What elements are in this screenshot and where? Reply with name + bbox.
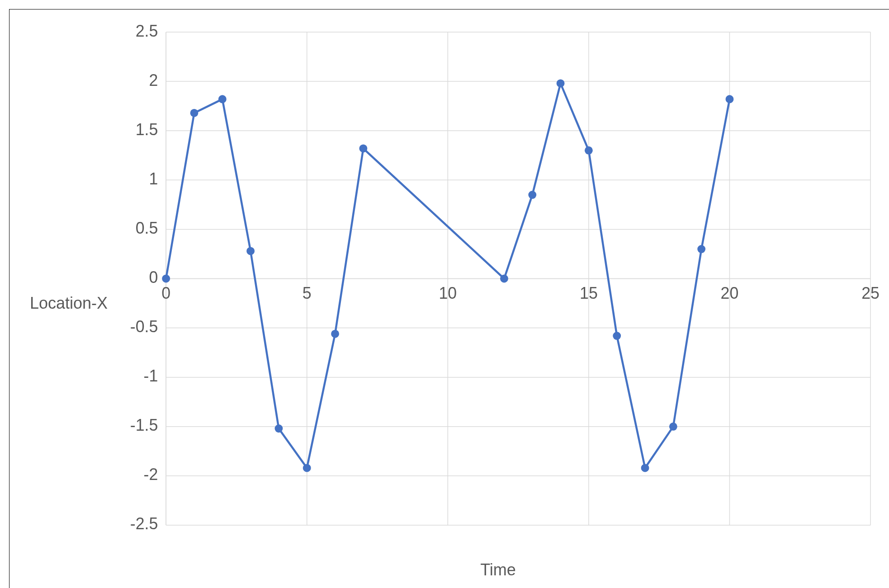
data-marker — [669, 423, 677, 431]
y-tick-label: -0.5 — [130, 318, 158, 336]
y-tick-label: 1 — [149, 170, 158, 188]
data-marker — [641, 464, 649, 472]
y-tick-label: -1.5 — [130, 416, 158, 434]
y-tick-label: 1.5 — [136, 121, 158, 139]
x-axis-title: Time — [117, 557, 880, 588]
data-marker — [557, 79, 565, 87]
plot-svg: -2.5-2-1.5-1-0.500.511.522.50510152025 — [117, 23, 880, 557]
x-tick-label: 15 — [580, 284, 598, 302]
plot-area: -2.5-2-1.5-1-0.500.511.522.50510152025 — [117, 23, 880, 557]
y-tick-label: 0.5 — [136, 219, 158, 237]
chart-body: Location-X -2.5-2-1.5-1-0.500.511.522.50… — [9, 9, 889, 588]
y-tick-label: 2.5 — [136, 23, 158, 40]
x-tick-label: 25 — [861, 284, 880, 302]
data-marker — [585, 146, 593, 155]
x-tick-label: 10 — [439, 284, 457, 302]
data-marker — [246, 247, 255, 255]
data-marker — [218, 95, 227, 103]
data-marker — [726, 95, 734, 103]
data-marker — [162, 274, 170, 282]
y-tick-label: -1 — [144, 367, 158, 385]
x-tick-label: 0 — [161, 284, 170, 302]
data-marker — [697, 245, 705, 253]
y-axis-title: Location-X — [30, 294, 108, 313]
x-tick-label: 5 — [303, 284, 312, 302]
plot-wrap: -2.5-2-1.5-1-0.500.511.522.50510152025 T… — [112, 9, 889, 588]
x-tick-label: 20 — [721, 284, 739, 302]
data-marker — [613, 332, 621, 340]
data-marker — [500, 274, 508, 282]
y-tick-label: -2.5 — [130, 515, 158, 533]
data-marker — [359, 144, 368, 152]
data-marker — [303, 464, 311, 472]
y-tick-label: -2 — [144, 466, 158, 484]
y-axis-label-wrap: Location-X — [9, 9, 112, 588]
y-tick-label: 2 — [149, 71, 158, 89]
data-marker — [528, 191, 536, 199]
y-tick-label: 0 — [149, 268, 158, 287]
data-marker — [190, 109, 199, 117]
data-marker — [275, 424, 283, 433]
chart-container: Location-X -2.5-2-1.5-1-0.500.511.522.50… — [9, 9, 889, 588]
data-marker — [331, 330, 339, 338]
